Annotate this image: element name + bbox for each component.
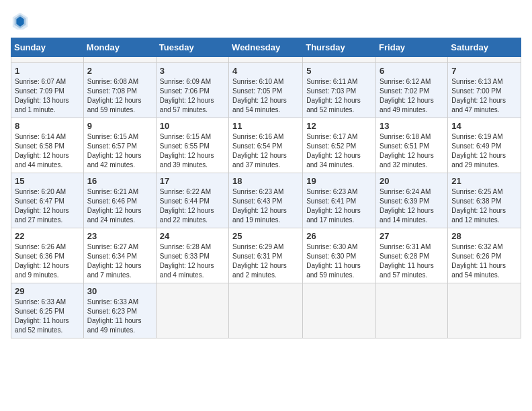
day-cell <box>83 57 156 63</box>
day-detail: Sunrise: 6:23 AMSunset: 6:43 PMDaylight:… <box>232 188 287 224</box>
week-row-0 <box>11 57 521 63</box>
day-detail: Sunrise: 6:22 AMSunset: 6:44 PMDaylight:… <box>160 188 214 224</box>
day-cell: 30Sunrise: 6:33 AMSunset: 6:23 PMDayligh… <box>83 283 156 338</box>
day-cell <box>229 283 303 338</box>
day-cell: 1Sunrise: 6:07 AMSunset: 7:09 PMDaylight… <box>11 63 84 118</box>
day-number: 29 <box>15 286 80 296</box>
day-cell: 14Sunrise: 6:19 AMSunset: 6:49 PMDayligh… <box>448 118 521 173</box>
day-number: 30 <box>87 286 152 296</box>
col-header-saturday: Saturday <box>448 38 521 57</box>
day-number: 21 <box>451 176 517 186</box>
day-cell <box>229 57 303 63</box>
week-row-4: 22Sunrise: 6:26 AMSunset: 6:36 PMDayligh… <box>11 228 521 283</box>
day-number: 18 <box>232 176 299 186</box>
day-cell: 24Sunrise: 6:28 AMSunset: 6:33 PMDayligh… <box>156 228 228 283</box>
day-number: 27 <box>380 231 444 241</box>
day-detail: Sunrise: 6:26 AMSunset: 6:36 PMDaylight:… <box>15 243 69 279</box>
day-detail: Sunrise: 6:31 AMSunset: 6:28 PMDaylight:… <box>380 243 434 279</box>
day-cell <box>376 283 448 338</box>
day-cell <box>156 283 228 338</box>
day-detail: Sunrise: 6:23 AMSunset: 6:41 PMDaylight:… <box>306 188 361 224</box>
day-cell: 4Sunrise: 6:10 AMSunset: 7:05 PMDaylight… <box>229 63 303 118</box>
header-row: SundayMondayTuesdayWednesdayThursdayFrid… <box>11 38 521 57</box>
day-number: 15 <box>15 176 80 186</box>
day-number: 5 <box>306 66 372 76</box>
day-number: 2 <box>87 66 152 76</box>
day-cell: 9Sunrise: 6:15 AMSunset: 6:57 PMDaylight… <box>83 118 156 173</box>
day-cell: 21Sunrise: 6:25 AMSunset: 6:38 PMDayligh… <box>448 173 521 228</box>
day-cell: 12Sunrise: 6:17 AMSunset: 6:52 PMDayligh… <box>303 118 376 173</box>
day-cell: 27Sunrise: 6:31 AMSunset: 6:28 PMDayligh… <box>376 228 448 283</box>
day-cell: 3Sunrise: 6:09 AMSunset: 7:06 PMDaylight… <box>156 63 228 118</box>
day-detail: Sunrise: 6:19 AMSunset: 6:49 PMDaylight:… <box>451 133 506 169</box>
day-cell: 18Sunrise: 6:23 AMSunset: 6:43 PMDayligh… <box>229 173 303 228</box>
day-cell: 11Sunrise: 6:16 AMSunset: 6:54 PMDayligh… <box>229 118 303 173</box>
day-number: 6 <box>380 66 444 76</box>
day-number: 9 <box>87 121 152 131</box>
day-cell <box>156 57 228 63</box>
day-detail: Sunrise: 6:24 AMSunset: 6:39 PMDaylight:… <box>380 188 434 224</box>
page-header <box>11 11 521 30</box>
day-detail: Sunrise: 6:14 AMSunset: 6:58 PMDaylight:… <box>15 133 69 169</box>
calendar-table: SundayMondayTuesdayWednesdayThursdayFrid… <box>11 38 521 338</box>
day-detail: Sunrise: 6:30 AMSunset: 6:30 PMDaylight:… <box>306 243 361 279</box>
day-number: 16 <box>87 176 152 186</box>
day-detail: Sunrise: 6:09 AMSunset: 7:06 PMDaylight:… <box>160 78 214 113</box>
day-detail: Sunrise: 6:11 AMSunset: 7:03 PMDaylight:… <box>306 78 361 113</box>
day-number: 24 <box>160 231 225 241</box>
day-cell: 26Sunrise: 6:30 AMSunset: 6:30 PMDayligh… <box>303 228 376 283</box>
day-cell <box>303 283 376 338</box>
day-cell: 19Sunrise: 6:23 AMSunset: 6:41 PMDayligh… <box>303 173 376 228</box>
day-cell: 22Sunrise: 6:26 AMSunset: 6:36 PMDayligh… <box>11 228 84 283</box>
day-number: 7 <box>451 66 517 76</box>
week-row-3: 15Sunrise: 6:20 AMSunset: 6:47 PMDayligh… <box>11 173 521 228</box>
day-number: 4 <box>232 66 299 76</box>
day-number: 26 <box>306 231 372 241</box>
col-header-thursday: Thursday <box>303 38 376 57</box>
day-number: 1 <box>15 66 80 76</box>
day-detail: Sunrise: 6:29 AMSunset: 6:31 PMDaylight:… <box>232 243 287 279</box>
day-number: 25 <box>232 231 299 241</box>
logo <box>11 11 34 30</box>
day-cell: 29Sunrise: 6:33 AMSunset: 6:25 PMDayligh… <box>11 283 84 338</box>
day-number: 3 <box>160 66 225 76</box>
day-detail: Sunrise: 6:15 AMSunset: 6:55 PMDaylight:… <box>160 133 214 169</box>
col-header-sunday: Sunday <box>11 38 84 57</box>
col-header-monday: Monday <box>83 38 156 57</box>
day-cell: 10Sunrise: 6:15 AMSunset: 6:55 PMDayligh… <box>156 118 228 173</box>
day-detail: Sunrise: 6:33 AMSunset: 6:25 PMDaylight:… <box>15 298 69 334</box>
day-detail: Sunrise: 6:17 AMSunset: 6:52 PMDaylight:… <box>306 133 361 169</box>
day-detail: Sunrise: 6:28 AMSunset: 6:33 PMDaylight:… <box>160 243 214 279</box>
day-cell: 25Sunrise: 6:29 AMSunset: 6:31 PMDayligh… <box>229 228 303 283</box>
day-number: 23 <box>87 231 152 241</box>
day-cell: 28Sunrise: 6:32 AMSunset: 6:26 PMDayligh… <box>448 228 521 283</box>
day-detail: Sunrise: 6:18 AMSunset: 6:51 PMDaylight:… <box>380 133 434 169</box>
day-detail: Sunrise: 6:21 AMSunset: 6:46 PMDaylight:… <box>87 188 142 224</box>
day-number: 22 <box>15 231 80 241</box>
day-number: 28 <box>451 231 517 241</box>
day-number: 8 <box>15 121 80 131</box>
col-header-wednesday: Wednesday <box>229 38 303 57</box>
day-detail: Sunrise: 6:12 AMSunset: 7:02 PMDaylight:… <box>380 78 434 113</box>
day-cell <box>448 57 521 63</box>
col-header-friday: Friday <box>376 38 448 57</box>
day-cell: 7Sunrise: 6:13 AMSunset: 7:00 PMDaylight… <box>448 63 521 118</box>
day-detail: Sunrise: 6:33 AMSunset: 6:23 PMDaylight:… <box>87 298 142 334</box>
week-row-5: 29Sunrise: 6:33 AMSunset: 6:25 PMDayligh… <box>11 283 521 338</box>
day-cell: 16Sunrise: 6:21 AMSunset: 6:46 PMDayligh… <box>83 173 156 228</box>
col-header-tuesday: Tuesday <box>156 38 228 57</box>
logo-icon <box>11 11 30 30</box>
day-number: 11 <box>232 121 299 131</box>
day-cell: 15Sunrise: 6:20 AMSunset: 6:47 PMDayligh… <box>11 173 84 228</box>
day-cell: 8Sunrise: 6:14 AMSunset: 6:58 PMDaylight… <box>11 118 84 173</box>
day-detail: Sunrise: 6:13 AMSunset: 7:00 PMDaylight:… <box>451 78 506 113</box>
day-cell <box>376 57 448 63</box>
day-detail: Sunrise: 6:32 AMSunset: 6:26 PMDaylight:… <box>451 243 506 279</box>
day-cell: 5Sunrise: 6:11 AMSunset: 7:03 PMDaylight… <box>303 63 376 118</box>
day-detail: Sunrise: 6:27 AMSunset: 6:34 PMDaylight:… <box>87 243 142 279</box>
day-detail: Sunrise: 6:07 AMSunset: 7:09 PMDaylight:… <box>15 78 69 113</box>
day-number: 14 <box>451 121 517 131</box>
day-detail: Sunrise: 6:25 AMSunset: 6:38 PMDaylight:… <box>451 188 506 224</box>
day-detail: Sunrise: 6:15 AMSunset: 6:57 PMDaylight:… <box>87 133 142 169</box>
day-cell <box>11 57 84 63</box>
